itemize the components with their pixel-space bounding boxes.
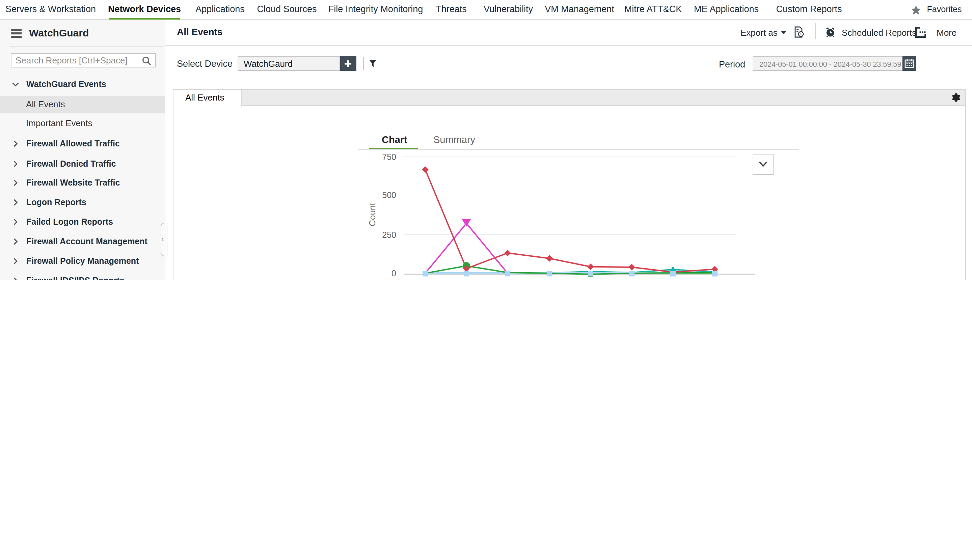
svg-text:firewall: firewall <box>439 279 465 280</box>
svg-text:wrapper: wrapper <box>684 279 714 280</box>
svg-text:250: 250 <box>382 230 396 240</box>
svg-text:750: 750 <box>382 152 396 162</box>
svg-text:0: 0 <box>391 268 396 278</box>
svg-text:admd: admd <box>526 279 548 280</box>
svg-text:systemd: systemd <box>559 279 590 280</box>
svg-text:login: login <box>651 279 671 280</box>
svg-text:sessiond: sessiond <box>474 279 506 280</box>
svg-text:proxy: proxy <box>608 279 630 280</box>
svg-text:500: 500 <box>382 190 396 200</box>
svg-text:Count: Count <box>367 203 377 227</box>
svg-text:configd: configd <box>397 279 424 280</box>
